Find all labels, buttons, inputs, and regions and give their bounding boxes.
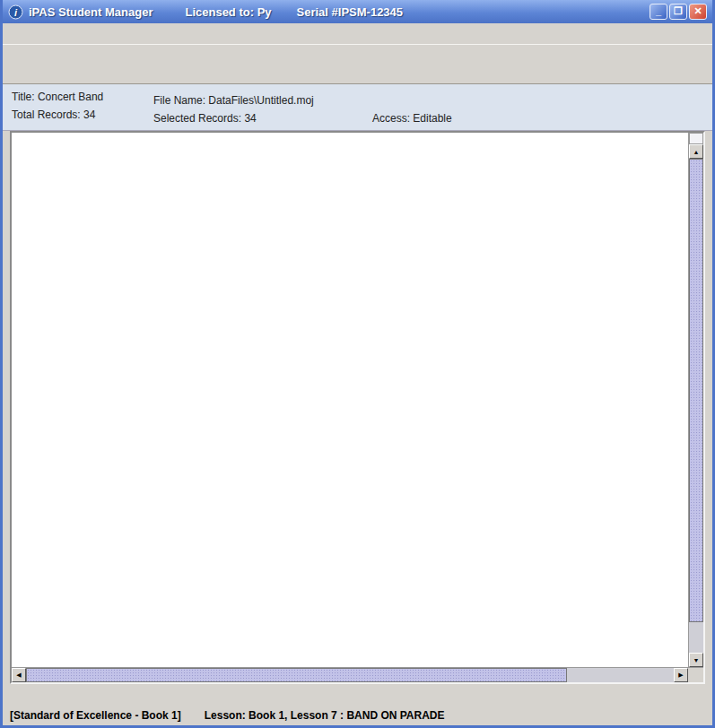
window-title: iPAS Student Manager: [29, 5, 153, 19]
toolbar: [3, 45, 712, 84]
vertical-scroll-thumb[interactable]: [689, 159, 703, 622]
status-lesson: Lesson: Book 1, Lesson 7 : BAND ON PARAD…: [205, 709, 445, 722]
tab-bar: [3, 684, 712, 706]
scroll-up-button[interactable]: ▲: [689, 144, 703, 159]
scrollbar-corner: [688, 668, 703, 682]
file-name: File Name: DataFiles\Untitled.moj: [153, 94, 314, 107]
close-button[interactable]: ✕: [689, 4, 707, 20]
horizontal-scrollbar[interactable]: ◀ ▶: [12, 668, 688, 682]
access-mode: Access: Editable: [372, 112, 452, 125]
licensed-to: Licensed to: Py: [185, 5, 271, 19]
vertical-scroll-track[interactable]: [689, 622, 703, 653]
app-window: i iPAS Student Manager Licensed to: Py S…: [0, 0, 715, 728]
menu-bar: [3, 23, 712, 45]
serial-number: Serial #IPSM-12345: [297, 5, 404, 19]
app-icon: i: [8, 4, 23, 20]
scroll-right-button[interactable]: ▶: [674, 668, 688, 682]
info-panel: Title: Concert Band Total Records: 34 Fi…: [3, 84, 712, 131]
status-bar: [Standard of Excellence - Book 1] Lesson…: [3, 706, 712, 725]
scroll-left-button[interactable]: ◀: [12, 668, 26, 682]
total-records: Total Records: 34: [12, 108, 95, 121]
file-title: Title: Concert Band: [12, 91, 103, 103]
status-book: [Standard of Excellence - Book 1]: [10, 709, 181, 722]
selected-records: Selected Records: 34: [153, 112, 257, 125]
horizontal-scroll-track[interactable]: [567, 668, 674, 682]
records-panel: ▲ ▼ ◀ ▶: [10, 131, 705, 684]
scroll-down-button[interactable]: ▼: [689, 653, 703, 667]
record-list: [12, 133, 688, 667]
scrollbar-cap: [689, 133, 703, 144]
maximize-button[interactable]: ❐: [669, 4, 687, 20]
title-bar: i iPAS Student Manager Licensed to: Py S…: [3, 0, 712, 23]
minimize-button[interactable]: _: [650, 4, 667, 20]
horizontal-scroll-thumb[interactable]: [26, 668, 567, 682]
vertical-scrollbar[interactable]: ▲ ▼: [688, 133, 703, 667]
column-header-row: [12, 133, 688, 147]
